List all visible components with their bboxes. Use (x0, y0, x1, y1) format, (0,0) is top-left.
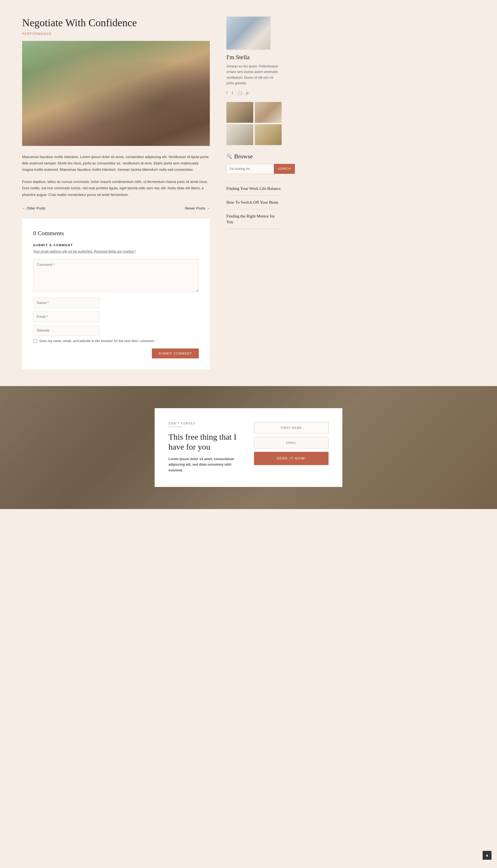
name-input[interactable] (33, 298, 99, 308)
related-post-1[interactable]: Finding Your Work Life Balance (226, 182, 282, 196)
content-area: Negotiate With Confidence PERFORMANCE Ma… (0, 0, 497, 386)
cta-description: Lorem ipsum dolor sit amet, consectetuer… (168, 456, 243, 473)
author-bio: Aenean eu leo quam. Pellentesque ornare … (226, 64, 282, 86)
search-button[interactable]: SEARCH (274, 164, 295, 174)
cta-dont-forget: DON'T FORGET (168, 422, 243, 425)
cta-right: SEND IT NOW! (254, 422, 329, 465)
newer-posts-link[interactable]: Newer Posts → (185, 206, 210, 210)
browse-section: 🔍 Browse SEARCH (226, 153, 282, 174)
body-paragraph-2: Fusce dapibus, tellus ac cursus commodo,… (22, 179, 210, 198)
cta-left: DON'T FORGET This free thing that I have… (168, 422, 243, 473)
related-posts: Finding Your Work Life Balance How To Sw… (226, 181, 282, 229)
post-image (22, 41, 210, 146)
gallery-item-3[interactable] (226, 124, 253, 145)
comments-section: 0 Comments SUBMIT A COMMENT Your email a… (22, 219, 210, 370)
footer-cta: DON'T FORGET This free thing that I have… (0, 386, 497, 509)
email-notice-asterisk: * (134, 250, 136, 253)
comments-count: 0 Comments (33, 230, 199, 237)
author-image (226, 17, 271, 50)
gallery-item-1[interactable] (226, 102, 253, 123)
post-title: Negotiate With Confidence (22, 17, 210, 29)
browse-title: Browse (234, 153, 253, 160)
email-notice-link: Required fields are marked (94, 250, 134, 253)
instagram-icon[interactable]: ⬜ (238, 91, 242, 95)
website-input[interactable] (33, 325, 99, 336)
related-post-title-1: Finding Your Work Life Balance (226, 186, 282, 192)
post-body: Maecenas faucibus mollis interdum. Lorem… (22, 154, 210, 198)
browse-header: 🔍 Browse (226, 153, 282, 160)
search-input[interactable] (226, 164, 274, 174)
related-post-title-2: How To Switch Off Your Brain (226, 199, 282, 205)
related-post-3[interactable]: Finding the Right Mentor for You (226, 209, 282, 229)
older-posts-link[interactable]: ← Older Posts (22, 206, 45, 210)
cta-first-name-input[interactable] (254, 422, 329, 433)
post-image-inner (22, 41, 210, 146)
related-post-2[interactable]: How To Switch Off Your Brain (226, 196, 282, 209)
cta-send-button[interactable]: SEND IT NOW! (254, 452, 329, 465)
save-label: Save my name, email, and website in this… (39, 339, 155, 343)
save-checkbox-row: Save my name, email, and website in this… (33, 339, 199, 343)
email-notice: Your email address will not be published… (33, 250, 199, 253)
sidebar: I'm Stella Aenean eu leo quam. Pellentes… (226, 17, 282, 370)
cta-email-input[interactable] (254, 437, 329, 449)
gallery-item-2[interactable] (255, 102, 282, 123)
cta-card: DON'T FORGET This free thing that I have… (155, 408, 342, 487)
save-checkbox[interactable] (33, 339, 37, 343)
social-icons: f 𝕥 ⬜ 𝕡 (226, 91, 282, 95)
author-name: I'm Stella (226, 54, 282, 61)
comment-textarea[interactable] (33, 259, 199, 292)
submit-comment-heading: SUBMIT A COMMENT (33, 244, 199, 247)
body-paragraph-1: Maecenas faucibus mollis interdum. Lorem… (22, 154, 210, 173)
twitter-icon[interactable]: 𝕥 (232, 91, 233, 95)
search-row: SEARCH (226, 164, 282, 174)
cta-divider-line (168, 427, 182, 427)
related-post-title-3: Finding the Right Mentor for You (226, 213, 282, 225)
email-input[interactable] (33, 312, 99, 322)
pagination: ← Older Posts Newer Posts → (22, 206, 210, 210)
submit-comment-button[interactable]: SUBMIT COMMENT (152, 348, 199, 358)
main-column: Negotiate With Confidence PERFORMANCE Ma… (22, 17, 210, 370)
search-icon: 🔍 (226, 154, 232, 159)
comment-form: Save my name, email, and website in this… (33, 259, 199, 358)
gallery-grid (226, 102, 282, 145)
facebook-icon[interactable]: f (226, 91, 228, 95)
cta-headline: This free thing that I have for you (168, 432, 243, 452)
email-notice-text: Your email address will not be published… (33, 250, 94, 253)
pinterest-icon[interactable]: 𝕡 (246, 91, 249, 95)
page-wrapper: Negotiate With Confidence PERFORMANCE Ma… (0, 0, 497, 509)
gallery-item-4[interactable] (255, 124, 282, 145)
post-category: PERFORMANCE (22, 32, 210, 36)
